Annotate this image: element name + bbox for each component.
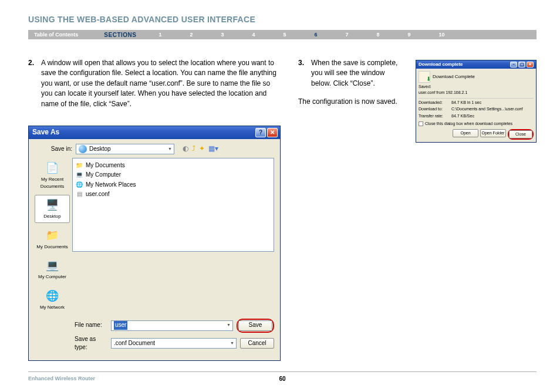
step-3-number: 3.	[298, 58, 304, 94]
nav-sections-label: SECTIONS	[96, 32, 144, 38]
place-recent-label: My Recent Documents	[36, 176, 68, 190]
savetype-label: Save as type:	[75, 335, 107, 352]
up-icon[interactable]: ⤴	[192, 144, 195, 154]
place-desktop[interactable]: 🖥️Desktop	[35, 195, 70, 223]
dl-downloaded-k: Downloaded:	[419, 100, 451, 106]
save-in-dropdown[interactable]: Desktop	[76, 144, 174, 154]
step-2-text: A window will open that allows you to se…	[41, 58, 281, 109]
dl-saved-label: Saved:	[419, 84, 534, 90]
dl-title: Download complete	[419, 61, 463, 68]
dl-transfer-k: Transfer rate:	[419, 113, 451, 119]
place-desktop-label: Desktop	[43, 213, 60, 220]
dl-transfer-v: 84.7 KB/Sec	[451, 113, 474, 119]
nav-6[interactable]: 6	[301, 32, 332, 38]
place-computer-label: My Computer	[38, 273, 66, 281]
file-icon: ▤	[75, 191, 83, 199]
save-in-value: Desktop	[89, 145, 111, 154]
step-3-extra: The configuration is now saved.	[298, 97, 404, 107]
back-icon[interactable]: ◐	[183, 144, 188, 154]
step-2: 2. A window will open that allows you to…	[28, 58, 281, 115]
help-button[interactable]: ?	[255, 128, 266, 137]
file-mycomp[interactable]: My Computer	[86, 171, 121, 180]
nav-1[interactable]: 1	[144, 32, 176, 38]
dl-close-icon[interactable]: ✕	[527, 62, 534, 67]
place-recent[interactable]: 📄My Recent Documents	[35, 158, 70, 192]
savetype-dropdown[interactable]: .conf Document	[111, 338, 237, 349]
nav-9[interactable]: 9	[394, 32, 425, 38]
new-folder-icon[interactable]: ✦	[199, 144, 205, 154]
close-checkbox-label: Close this dialog box when download comp…	[425, 121, 512, 127]
dl-downloaded-v: 84.7 KB in 1 sec	[451, 100, 481, 106]
page-number: 60	[279, 376, 285, 382]
filename-value: user	[114, 321, 127, 330]
nav-5[interactable]: 5	[269, 32, 301, 38]
dl-downloadto-k: Download to:	[419, 106, 451, 112]
nav-2[interactable]: 2	[176, 32, 207, 38]
nav-3[interactable]: 3	[207, 32, 238, 38]
step-2-number: 2.	[28, 58, 34, 115]
close-icon[interactable]: ✕	[267, 128, 278, 137]
save-in-label: Save in:	[35, 145, 72, 154]
place-docs-label: My Documents	[36, 244, 68, 251]
close-button[interactable]: Close	[509, 130, 532, 138]
place-network-label: My Network	[40, 304, 65, 311]
save-as-title: Save As	[32, 127, 59, 137]
nav-4[interactable]: 4	[238, 32, 269, 38]
step-3: 3. When the save is complete, you will s…	[298, 58, 404, 94]
network-icon: 🌐	[75, 181, 83, 189]
folder-icon: 📁	[75, 161, 83, 170]
footer: Enhanced Wireless Router 60	[28, 371, 537, 381]
file-userconf[interactable]: user.conf	[86, 190, 110, 199]
place-docs[interactable]: 📁My Documents	[35, 225, 70, 254]
dl-downloadto-v: C:\Documents and Settings...\user.conf	[451, 106, 522, 112]
place-network[interactable]: 🌐My Network	[35, 286, 70, 314]
view-menu-icon[interactable]: ▦▾	[208, 144, 218, 154]
file-list[interactable]: 📁My Documents 💻My Computer 🌐My Network P…	[72, 158, 274, 252]
open-button[interactable]: Open	[453, 129, 478, 137]
nav-bar: Table of Contents SECTIONS 1 2 3 4 5 6 7…	[28, 30, 537, 39]
filename-label: File name:	[75, 321, 107, 330]
maximize-button[interactable]: ▢	[518, 62, 525, 67]
file-mynet[interactable]: My Network Places	[86, 181, 136, 190]
save-button[interactable]: Save	[238, 320, 272, 331]
step-3-text: When the save is complete, you will see …	[311, 58, 404, 89]
computer-icon: 💻	[75, 171, 83, 180]
minimize-button[interactable]: −	[510, 62, 517, 67]
dl-saved-value: user.conf from 192.168.2.1	[419, 90, 534, 96]
file-mydocs[interactable]: My Documents	[86, 161, 125, 170]
places-bar: 📄My Recent Documents 🖥️Desktop 📁My Docum…	[32, 156, 72, 316]
ie-icon	[79, 145, 87, 153]
cancel-button[interactable]: Cancel	[240, 338, 274, 349]
save-as-dialog: Save As ? ✕ Save in: Desktop ◐ ⤴ ✦	[28, 126, 281, 361]
download-complete-dialog: Download complete − ▢ ✕ Download Complet…	[416, 60, 537, 143]
footer-left: Enhanced Wireless Router	[28, 376, 95, 381]
dl-head: Download Complete	[433, 73, 475, 80]
nav-10[interactable]: 10	[425, 32, 459, 38]
nav-7[interactable]: 7	[332, 32, 363, 38]
download-icon	[419, 71, 430, 83]
nav-toc[interactable]: Table of Contents	[28, 32, 96, 38]
filename-input[interactable]: user	[111, 320, 233, 331]
nav-8[interactable]: 8	[363, 32, 394, 38]
close-checkbox[interactable]	[419, 121, 423, 126]
place-computer[interactable]: 💻My Computer	[35, 255, 70, 283]
open-folder-button[interactable]: Open Folder	[480, 129, 506, 137]
page-title: USING THE WEB-BASED ADVANCED USER INTERF…	[28, 15, 537, 24]
savetype-value: .conf Document	[114, 339, 155, 348]
